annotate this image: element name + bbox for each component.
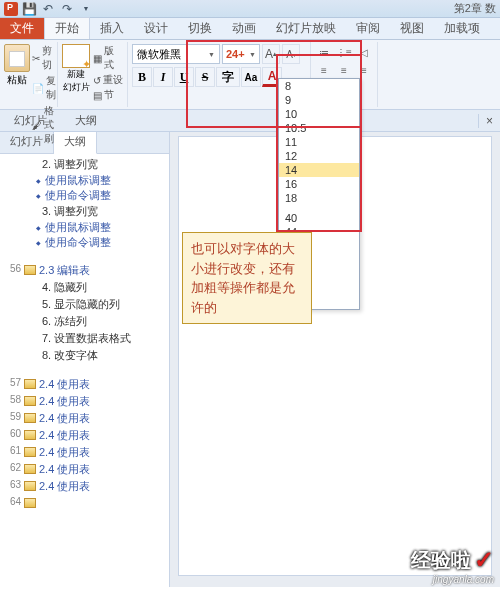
font-name-select[interactable]: 微软雅黑 ▼ [132,44,220,64]
layout-button[interactable]: ▦ 版式 [93,44,123,72]
outline-item[interactable]: 592.4 使用表 [0,410,169,427]
copy-button[interactable]: 📄 复制 [32,74,56,102]
watermark-url: jingyanla.com [411,574,494,585]
bullets-button[interactable]: ≔ [315,44,333,60]
tab-home[interactable]: 开始 [44,17,90,39]
slide-icon [24,447,36,457]
outline-sub-item[interactable]: 5. 显示隐藏的列 [0,296,169,313]
change-case-button[interactable]: Aa [241,67,261,87]
tab-insert[interactable]: 插入 [90,18,134,39]
slides-group: 新建 幻灯片 ▦ 版式 ↺ 重设 ▤ 节 [58,42,128,107]
grow-font-button[interactable]: A▴ [262,44,280,64]
ribbon-tabs: 文件 开始 插入 设计 切换 动画 幻灯片放映 审阅 视图 加载项 [0,18,500,40]
align-left-button[interactable]: ≡ [315,62,333,78]
outline-item[interactable]: 572.4 使用表 [0,376,169,393]
font-size-option[interactable]: 9 [279,93,359,107]
slide-icon [24,430,36,440]
redo-icon[interactable]: ↷ [59,1,75,17]
outline-sub-item[interactable]: 使用命令调整 [0,235,169,250]
sec-tab-outline[interactable]: 大纲 [61,111,111,130]
format-painter-button[interactable]: 🖌 格式刷 [32,104,56,146]
outline-item[interactable]: 64 [0,495,169,509]
reset-button[interactable]: ↺ 重设 [93,73,123,87]
save-icon[interactable]: 💾 [21,1,37,17]
align-right-button[interactable]: ≡ [355,62,373,78]
tab-transitions[interactable]: 切换 [178,18,222,39]
font-size-option[interactable]: 11 [279,135,359,149]
font-size-option[interactable]: 14 [279,163,359,177]
paste-label: 粘贴 [7,73,27,87]
outline-item[interactable]: 612.4 使用表 [0,444,169,461]
strike-button[interactable]: S [195,67,215,87]
font-size-option[interactable]: 12 [279,149,359,163]
watermark: 经验啦✓ jingyanla.com [411,546,494,585]
window-title: 第2章 数 [454,1,496,16]
text-shadow-button[interactable]: 字 [216,67,240,87]
font-size-select[interactable]: 24+ ▼ [222,44,260,64]
outline-list[interactable]: 2. 调整列宽使用鼠标调整使用命令调整3. 调整列宽使用鼠标调整使用命令调整56… [0,154,169,511]
new-slide-icon [62,44,90,68]
slide-icon [24,498,36,508]
pane-tab-outline[interactable]: 大纲 [54,132,97,154]
powerpoint-logo-icon [4,2,18,16]
cut-button[interactable]: ✂ 剪切 [32,44,56,72]
font-size-option[interactable]: 40 [279,211,359,225]
outline-sub-item[interactable]: 2. 调整列宽 [0,156,169,173]
align-center-button[interactable]: ≡ [335,62,353,78]
left-pane: 幻灯片 大纲 2. 调整列宽使用鼠标调整使用命令调整3. 调整列宽使用鼠标调整使… [0,132,170,587]
underline-button[interactable]: U [174,67,194,87]
paste-button[interactable]: 粘贴 [4,44,30,146]
font-size-option[interactable]: 10 [279,107,359,121]
italic-button[interactable]: I [153,67,173,87]
font-name-value: 微软雅黑 [137,47,181,62]
font-size-value: 24+ [226,48,245,60]
new-slide-button[interactable]: 新建 幻灯片 [62,44,90,102]
font-size-option[interactable]: 10.5 [279,121,359,135]
outline-sub-item[interactable]: 8. 改变字体 [0,347,169,364]
font-size-option[interactable]: 18 [279,191,359,205]
font-size-option[interactable]: 8 [279,79,359,93]
indent-dec-button[interactable]: ◁ [355,44,373,60]
outline-sub-item[interactable]: 7. 设置数据表格式 [0,330,169,347]
outline-item[interactable]: 622.4 使用表 [0,461,169,478]
outline-item[interactable]: 602.4 使用表 [0,427,169,444]
tab-design[interactable]: 设计 [134,18,178,39]
bold-button[interactable]: B [132,67,152,87]
ribbon: 粘贴 ✂ 剪切 📄 复制 🖌 格式刷 新建 幻灯片 ▦ 版式 ↺ 重设 ▤ 节 [0,40,500,110]
tab-file[interactable]: 文件 [0,18,44,39]
workspace: 幻灯片 大纲 2. 调整列宽使用鼠标调整使用命令调整3. 调整列宽使用鼠标调整使… [0,132,500,587]
tab-slideshow[interactable]: 幻灯片放映 [266,18,346,39]
paste-icon [4,44,30,72]
tab-view[interactable]: 视图 [390,18,434,39]
qat-more-icon[interactable]: ▼ [78,1,94,17]
secondary-tabs-bar: 幻灯片 大纲 × [0,110,500,132]
tab-addins[interactable]: 加载项 [434,18,490,39]
slide-icon [24,464,36,474]
quick-access-toolbar: 💾 ↶ ↷ ▼ [4,1,94,17]
shrink-font-button[interactable]: A▾ [282,44,300,64]
font-size-option[interactable]: 16 [279,177,359,191]
new-slide-label: 新建 幻灯片 [63,68,90,94]
section-button[interactable]: ▤ 节 [93,88,123,102]
check-icon: ✓ [474,546,494,574]
outline-sub-item[interactable]: 使用鼠标调整 [0,220,169,235]
annotation-callout: 也可以对字体的大小进行改变，还有加粗等操作都是允许的 [182,232,312,324]
chevron-down-icon: ▼ [249,51,256,58]
slide-icon [24,379,36,389]
tab-review[interactable]: 审阅 [346,18,390,39]
tab-animations[interactable]: 动画 [222,18,266,39]
undo-icon[interactable]: ↶ [40,1,56,17]
outline-sub-item[interactable]: 使用命令调整 [0,188,169,203]
close-pane-button[interactable]: × [478,114,500,128]
watermark-text: 经验啦 [411,547,471,574]
outline-item[interactable]: 582.4 使用表 [0,393,169,410]
slide-icon [24,481,36,491]
outline-sub-item[interactable]: 6. 冻结列 [0,313,169,330]
slide-icon [24,396,36,406]
outline-sub-item[interactable]: 3. 调整列宽 [0,203,169,220]
outline-sub-item[interactable]: 4. 隐藏列 [0,279,169,296]
outline-item[interactable]: 562.3 编辑表 [0,262,169,279]
outline-item[interactable]: 632.4 使用表 [0,478,169,495]
outline-sub-item[interactable]: 使用鼠标调整 [0,173,169,188]
numbering-button[interactable]: ⋮≡ [335,44,353,60]
